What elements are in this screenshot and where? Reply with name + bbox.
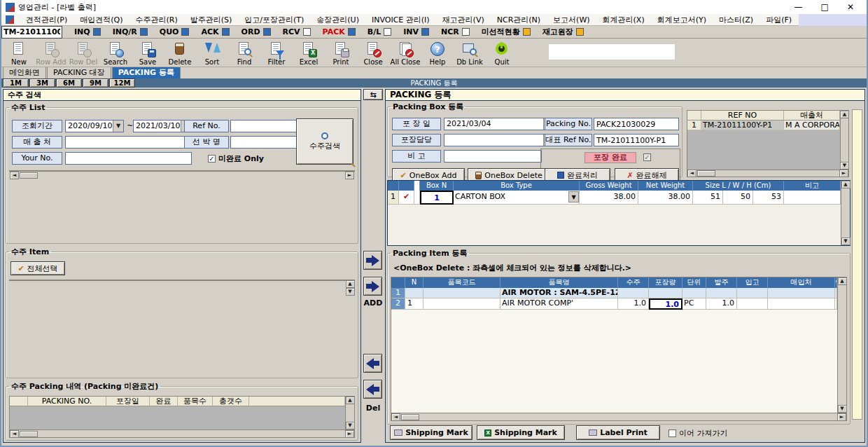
your-no-input[interactable] <box>65 152 192 165</box>
period-to-combo[interactable]: 2021/03/10▼ <box>133 120 192 132</box>
add-item-button-1[interactable] <box>363 251 382 270</box>
scroll-right-icon[interactable]: ► <box>345 430 354 438</box>
close-form-button[interactable]: Close <box>357 39 389 66</box>
scroll-thumb[interactable] <box>20 172 38 179</box>
ref-no-input[interactable] <box>1 26 62 39</box>
flag-checkbox-ord[interactable] <box>263 28 271 36</box>
add-item-button-2[interactable] <box>363 277 382 296</box>
flag-checkbox-inv[interactable] <box>421 28 429 36</box>
tab-packing-register[interactable]: PACKING 등록 <box>112 66 181 78</box>
select-all-button[interactable]: ✔ 전체선택 <box>10 261 65 275</box>
scroll-right-icon[interactable]: ► <box>837 413 846 421</box>
menu-item-inventory[interactable]: 재고관리(V) <box>436 14 491 26</box>
scroll-right-icon[interactable]: ► <box>345 172 354 179</box>
col-item-name[interactable]: 품목명 <box>500 277 618 288</box>
col-receive[interactable]: 입고 <box>737 277 768 288</box>
pack-qty-cell[interactable]: 1.0 <box>649 298 682 310</box>
shipping-mark-excel-button[interactable]: XShipping Mark <box>477 425 565 440</box>
col-net-weight[interactable]: Net Weight <box>638 181 693 191</box>
incomplete-only-checkbox[interactable]: ✓ <box>208 155 216 163</box>
vertical-scrollbar[interactable]: ▲▼ <box>840 111 848 170</box>
carry-over-checkbox[interactable] <box>668 429 676 437</box>
quit-button[interactable]: Quit <box>486 39 518 66</box>
menu-item-po[interactable]: 발주관리(S) <box>184 14 239 26</box>
horizontal-scrollbar[interactable]: ◄► <box>687 170 848 177</box>
save-button[interactable]: Save <box>132 39 164 66</box>
col-item-code[interactable]: 품목코드 <box>424 277 500 288</box>
box-grid-row[interactable]: 1 ✔ 1 CARTON BOX▼ 38.00 38.00 51 50 53 <box>388 191 841 205</box>
scroll-up-icon[interactable]: ▲ <box>841 181 850 188</box>
all-close-button[interactable]: All Close <box>389 39 421 66</box>
packing-item-row-group[interactable]: 1 AIR MOTOR : SAM-4.5PE-12 <box>391 288 837 298</box>
scroll-down-icon[interactable]: ▼ <box>346 422 355 429</box>
flag-checkbox-stock-ledger[interactable] <box>576 28 584 36</box>
horizontal-scrollbar[interactable]: ◄► <box>391 413 846 420</box>
menu-item-master[interactable]: 마스터(Z) <box>713 14 760 26</box>
help-button[interactable]: ?Help <box>421 39 454 66</box>
box-type-cell[interactable]: CARTON BOX▼ <box>454 191 580 205</box>
remove-item-button-1[interactable] <box>363 354 382 373</box>
menu-item-report[interactable]: 보고서(W) <box>547 14 596 26</box>
order-search-button[interactable]: 수주검색 <box>296 118 354 165</box>
menu-item-packing[interactable]: 입고/포장관리(T) <box>238 14 310 26</box>
flag-checkbox-ack[interactable] <box>222 28 230 36</box>
col-po[interactable]: 발주 <box>706 277 737 288</box>
horizontal-scrollbar[interactable]: ◄► <box>10 429 354 437</box>
vertical-scrollbar[interactable]: ▲▼ <box>841 181 850 245</box>
scroll-thumb[interactable] <box>697 170 715 177</box>
find-button[interactable]: Find <box>228 39 260 66</box>
flag-checkbox-quo[interactable] <box>181 28 189 36</box>
print-button[interactable]: Print <box>325 39 357 66</box>
filter-button[interactable]: Filter <box>260 39 293 66</box>
menu-item-shipping[interactable]: 송장관리(U) <box>310 14 365 26</box>
flag-checkbox-unshipped[interactable] <box>523 28 531 36</box>
tab-packing-ledger[interactable]: PACKING 대장 <box>47 66 111 78</box>
col-ref-no[interactable]: REF NO <box>701 111 784 120</box>
minimize-button[interactable]: — <box>794 2 803 12</box>
sort-button[interactable]: Sort <box>196 39 228 66</box>
scroll-up-icon[interactable]: ▲ <box>346 397 355 404</box>
scroll-down-icon[interactable]: ▼ <box>346 288 355 296</box>
menu-item-estimate[interactable]: 견적관리(P) <box>20 14 74 26</box>
menu-item-accounting-report[interactable]: 회계보고서(Y) <box>651 14 713 26</box>
period-12m-button[interactable]: 12M <box>109 78 135 88</box>
flag-checkbox-ncr[interactable] <box>462 28 470 36</box>
flag-checkbox-rcv[interactable] <box>303 28 311 36</box>
packer-combo[interactable]: ▼ <box>444 134 554 146</box>
pack-complete-checkbox[interactable]: ✓ <box>643 153 651 161</box>
col-unit[interactable]: 단위 <box>682 277 706 288</box>
period-6m-button[interactable]: 6M <box>56 78 82 88</box>
col-gross-weight[interactable]: Gross Weight <box>580 181 638 191</box>
scroll-up-icon[interactable]: ▲ <box>346 280 355 288</box>
flag-checkbox-inq[interactable] <box>93 28 101 36</box>
tab-main-screen[interactable]: 메인화면 <box>3 66 46 78</box>
vertical-scrollbar[interactable]: ▲▼ <box>345 397 354 429</box>
scroll-down-icon[interactable]: ▼ <box>841 238 850 245</box>
excel-button[interactable]: XExcel <box>293 39 325 66</box>
col-box-n[interactable]: Box N <box>420 181 454 191</box>
menu-item-file[interactable]: 파일(F) <box>760 14 798 26</box>
menu-item-accounting[interactable]: 회계관리(X) <box>596 14 651 26</box>
shipping-mark-print-button[interactable]: Shipping Mark <box>390 425 472 440</box>
row-del-button[interactable]: Row Del <box>67 39 99 66</box>
scroll-left-icon[interactable]: ◄ <box>10 172 19 179</box>
col-vendor[interactable]: 매입처 <box>768 277 835 288</box>
row-checked-icon[interactable]: ✔ <box>399 191 414 205</box>
col-pack-qty[interactable]: 포장량 <box>649 277 682 288</box>
scroll-left-icon[interactable]: ◄ <box>687 170 696 177</box>
period-9m-button[interactable]: 9M <box>83 78 108 88</box>
flag-checkbox-pack[interactable] <box>348 28 356 36</box>
chevron-down-icon[interactable]: ▼ <box>113 121 123 132</box>
col-pack-date[interactable]: 포장일 <box>106 397 150 406</box>
swap-panels-button[interactable]: ⇆ <box>363 89 383 100</box>
packing-item-row[interactable]: 2 1 AIR MOTOR COMP' 1.0 1.0 PC 1.0 <box>391 298 837 310</box>
scroll-left-icon[interactable]: ◄ <box>10 430 19 438</box>
remove-item-button-2[interactable] <box>363 380 382 399</box>
label-print-button[interactable]: Label Print <box>576 425 660 440</box>
note-input[interactable] <box>444 150 542 163</box>
col-total-count[interactable]: 총갯수 <box>213 397 249 406</box>
scroll-thumb[interactable] <box>401 414 419 420</box>
period-from-combo[interactable]: 2020/09/10▼ <box>65 120 124 132</box>
menu-item-purchase-estimate[interactable]: 매입견적(Q) <box>74 14 129 26</box>
col-n[interactable]: N <box>405 277 424 288</box>
